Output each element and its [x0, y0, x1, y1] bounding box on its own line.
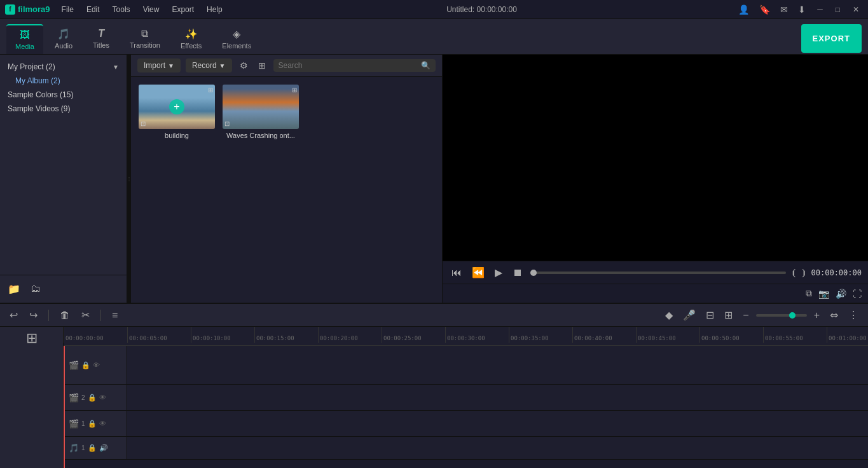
bookmark-icon[interactable]: 🔖 [757, 3, 773, 16]
search-icon[interactable]: 🔍 [421, 61, 431, 70]
import-button[interactable]: Import ▼ [137, 59, 181, 72]
zoom-in-icon[interactable]: + [811, 308, 823, 322]
grid-view-icon[interactable]: ⊞ [256, 59, 268, 72]
in-point-marker[interactable]: ⦗ [791, 268, 796, 278]
detach-audio-icon[interactable]: ⊟ [703, 308, 717, 322]
menu-help[interactable]: Help [202, 4, 228, 15]
transition-tab-icon: ⧉ [141, 28, 148, 39]
frame-back-button[interactable]: ⏪ [469, 265, 487, 280]
delete-button[interactable]: 🗑 [57, 308, 73, 322]
sample-colors-item[interactable]: Sample Colors (15) [0, 88, 127, 102]
ruler-tick: 00:00:45:00 [636, 327, 699, 343]
ruler-tick: 00:00:00:00 [64, 327, 127, 343]
timeline-toolbar: ↩ ↪ 🗑 ✂ ≡ ◆ 🎤 ⊟ ⊞ − + ⇔ ⋮ [0, 304, 868, 327]
effects-tab-icon: ✨ [185, 28, 198, 40]
voiceover-icon[interactable]: 🎤 [680, 308, 699, 322]
track-1-content[interactable] [127, 411, 868, 436]
sample-videos-item[interactable]: Sample Videos (9) [0, 102, 127, 116]
fit-timeline-icon[interactable]: ⇔ [827, 308, 841, 322]
import-label: Import [144, 61, 165, 70]
menu-export[interactable]: Export [167, 4, 199, 15]
transition-tab-label: Transition [130, 41, 160, 49]
record-button[interactable]: Record ▼ [186, 59, 232, 72]
filter-icon[interactable]: ⚙ [237, 59, 251, 72]
minimize-button[interactable]: ─ [813, 4, 827, 15]
preview-panel: ⏮ ⏪ ▶ ⏹ ⦗ ⦘ 00:00:00:00 ⧉ 📷 🔊 ⛶ [443, 55, 868, 303]
ruler-tick: 00:00:15:00 [254, 327, 318, 343]
menu-file[interactable]: File [57, 4, 79, 15]
search-input[interactable] [279, 61, 418, 70]
tab-media[interactable]: 🖼 Media [6, 24, 43, 54]
audio-1-content[interactable] [127, 437, 868, 459]
out-point-marker[interactable]: ⦘ [801, 268, 806, 278]
close-button[interactable]: ✕ [849, 4, 863, 15]
stop-button[interactable]: ⏹ [510, 266, 525, 280]
media-item-building[interactable]: ⊞ + ⊡ building [139, 85, 215, 295]
play-button[interactable]: ▶ [492, 265, 505, 280]
menu-view[interactable]: View [138, 4, 165, 15]
settings-button[interactable]: ≡ [109, 308, 121, 322]
fullscreen-icon[interactable]: ⛶ [853, 289, 862, 299]
maximize-button[interactable]: □ [832, 4, 844, 15]
download-icon[interactable]: ⬇ [796, 3, 808, 16]
volume-icon[interactable]: 🔊 [836, 289, 846, 299]
eye-icon-1[interactable]: 👁 [99, 420, 106, 427]
pip-icon[interactable]: ⧉ [806, 288, 812, 299]
album-label: My Album (2) [15, 76, 60, 85]
tab-effects[interactable]: ✨ Effects [172, 24, 210, 54]
cut-button[interactable]: ✂ [78, 308, 93, 322]
preview-timecode: 00:00:00:00 [811, 268, 862, 277]
mosaic-icon[interactable]: ⊞ [721, 308, 736, 322]
lock-icon-main[interactable]: 🔒 [81, 361, 90, 369]
menu-tools[interactable]: Tools [107, 4, 135, 15]
add-folder-icon[interactable]: 📁 [5, 280, 23, 298]
titlebar: f filmora9 FileEditToolsViewExportHelp U… [0, 0, 868, 19]
sound-icon-audio[interactable]: 🔊 [99, 444, 108, 452]
eye-icon-2[interactable]: 👁 [99, 394, 106, 401]
zoom-thumb [789, 312, 796, 319]
undo-button[interactable]: ↩ [6, 308, 21, 322]
add-to-timeline-icon[interactable]: + [169, 99, 184, 114]
lock-icon-1[interactable]: 🔒 [88, 420, 97, 428]
zoom-slider[interactable] [756, 314, 807, 317]
expand-icon: ⊞ [208, 86, 213, 93]
ruler-tick: 00:00:05:00 [127, 327, 191, 343]
eye-icon-main[interactable]: 👁 [93, 361, 100, 369]
tab-transition[interactable]: ⧉ Transition [121, 24, 169, 54]
track-label-1: 🎬 1 🔒 👁 [64, 411, 127, 436]
tab-titles[interactable]: T Titles [84, 24, 118, 54]
preview-progress-bar[interactable] [530, 272, 786, 274]
redo-button[interactable]: ↪ [26, 308, 41, 322]
track-row-1: 🎬 1 🔒 👁 [64, 411, 868, 437]
project-tree-header[interactable]: My Project (2) ▼ [0, 60, 127, 74]
search-box[interactable]: 🔍 [273, 59, 436, 72]
mail-icon[interactable]: ✉ [778, 3, 790, 16]
marker-icon[interactable]: ◆ [662, 308, 676, 322]
snapshot-icon[interactable]: 📷 [818, 289, 829, 299]
new-folder-icon[interactable]: 🗂 [28, 280, 43, 298]
ruler-tick: 00:01:00:00 [827, 327, 868, 343]
audio-track-icon: 🎵 [69, 443, 79, 453]
tab-audio[interactable]: 🎵 Audio [46, 24, 81, 54]
more-options-icon[interactable]: ⋮ [845, 308, 862, 322]
add-clip-button[interactable]: ⊞ [26, 330, 38, 347]
lock-icon-audio[interactable]: 🔒 [88, 444, 97, 452]
user-icon[interactable]: 👤 [736, 3, 752, 16]
export-button[interactable]: EXPORT [801, 24, 862, 53]
titles-tab-label: Titles [93, 41, 109, 49]
left-panel-bottom: 📁 🗂 [0, 275, 127, 303]
rewind-button[interactable]: ⏮ [449, 266, 464, 280]
timeline-content: ⊞ 00:00:00:0000:00:05:0000:00:10:0000:00… [0, 327, 868, 468]
zoom-out-icon[interactable]: − [740, 308, 752, 322]
sample-colors-label: Sample Colors (15) [8, 90, 73, 99]
timeline-tracks: 🎬 🔒 👁 🎬 2 🔒 👁 [64, 346, 868, 468]
lock-icon-2[interactable]: 🔒 [88, 394, 97, 402]
track-num-2: 2 [81, 394, 85, 401]
main-track-content[interactable] [127, 346, 868, 384]
menu-edit[interactable]: Edit [81, 4, 105, 15]
media-item-waves[interactable]: ⊞ ⊡ Waves Crashing ont... [223, 85, 299, 295]
album-item[interactable]: My Album (2) [0, 74, 127, 88]
logo-icon: f [5, 4, 15, 15]
tab-elements[interactable]: ◈ Elements [213, 24, 260, 54]
track-2-content[interactable] [127, 385, 868, 410]
